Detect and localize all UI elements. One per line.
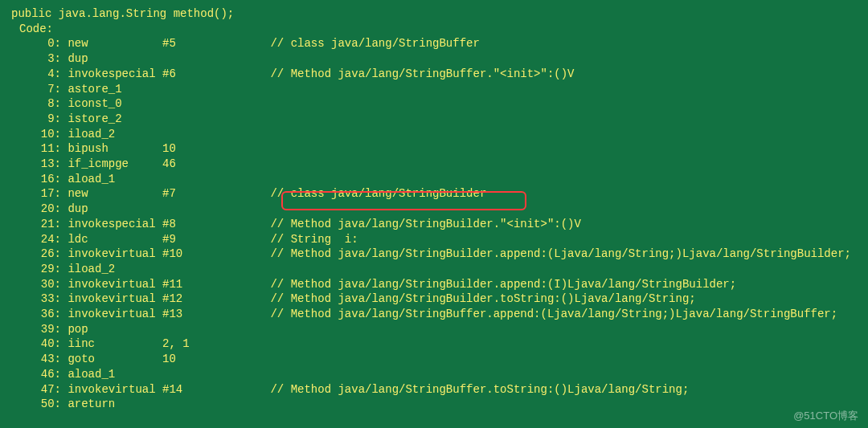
bytecode-line: 10: iload_2	[0, 127, 868, 142]
mnemonic: aload_1	[68, 172, 162, 187]
argument: #6	[162, 67, 270, 82]
mnemonic: invokespecial	[68, 67, 162, 82]
offset: 24	[27, 232, 55, 247]
bytecode-line: 4: invokespecial#6// Method java/lang/St…	[0, 67, 868, 82]
offset: 8	[27, 96, 55, 112]
offset: 29	[27, 262, 55, 277]
mnemonic: invokevirtual	[68, 291, 162, 307]
argument: #11	[162, 277, 270, 292]
mnemonic: iload_2	[68, 127, 162, 142]
offset: 17	[27, 186, 55, 202]
argument: #12	[162, 291, 270, 307]
bytecode-line: 50: areturn	[0, 397, 868, 412]
comment: // Method java/lang/StringBuffer.toStrin…	[270, 383, 689, 396]
mnemonic: new	[68, 186, 162, 202]
comment: // Method java/lang/StringBuilder.append…	[270, 278, 736, 291]
offset: 4	[27, 67, 55, 82]
offset: 47	[27, 382, 55, 397]
bytecode-line: 24: ldc#9// String i:	[0, 232, 868, 247]
comment: // Method java/lang/StringBuilder."<init…	[270, 218, 580, 230]
comment: // Method java/lang/StringBuilder.append…	[270, 247, 851, 260]
mnemonic: iinc	[68, 336, 162, 352]
offset: 33	[27, 291, 55, 307]
argument: 2, 1	[162, 336, 270, 352]
code-header: Code:	[0, 22, 868, 37]
argument: 10	[162, 352, 270, 367]
mnemonic: bipush	[68, 141, 162, 157]
argument: #7	[162, 186, 270, 202]
mnemonic: aload_1	[68, 367, 162, 382]
comment: // String i:	[270, 233, 358, 246]
bytecode-line: 30: invokevirtual#11// Method java/lang/…	[0, 277, 868, 292]
offset: 10	[27, 127, 55, 142]
bytecode-line: 9: istore_2	[0, 112, 868, 127]
offset: 30	[27, 277, 55, 292]
mnemonic: areturn	[68, 397, 162, 412]
bytecode-line: 29: iload_2	[0, 262, 868, 277]
mnemonic: if_icmpge	[68, 157, 162, 172]
offset: 21	[27, 217, 55, 232]
offset: 39	[27, 322, 55, 337]
offset: 50	[27, 397, 55, 412]
comment: // Method java/lang/StringBuffer.append:…	[270, 308, 837, 320]
offset: 3	[27, 51, 55, 67]
argument: 10	[162, 141, 270, 157]
mnemonic: pop	[68, 322, 162, 337]
bytecode-line: 47: invokevirtual#14// Method java/lang/…	[0, 382, 868, 397]
comment: // Method java/lang/StringBuilder.toStri…	[270, 292, 695, 305]
argument: 46	[162, 157, 270, 172]
mnemonic: ldc	[68, 232, 162, 247]
bytecode-line: 36: invokevirtual#13// Method java/lang/…	[0, 307, 868, 322]
mnemonic: iconst_0	[68, 96, 162, 112]
offset: 46	[27, 367, 55, 382]
bytecode-line: 39: pop	[0, 322, 868, 337]
argument: #14	[162, 382, 270, 397]
bytecode-line: 40: iinc2, 1	[0, 336, 868, 352]
offset: 9	[27, 112, 55, 127]
bytecode-line: 20: dup	[0, 202, 868, 217]
bytecode-line: 13: if_icmpge46	[0, 157, 868, 172]
offset: 20	[27, 202, 55, 217]
bytecode-line: 11: bipush10	[0, 141, 868, 157]
mnemonic: goto	[68, 352, 162, 367]
offset: 11	[27, 141, 55, 157]
comment: // class java/lang/StringBuffer	[270, 37, 479, 50]
bytecode-line: 21: invokespecial#8// Method java/lang/S…	[0, 217, 868, 232]
offset: 40	[27, 336, 55, 352]
argument: #10	[162, 247, 270, 262]
mnemonic: invokevirtual	[68, 247, 162, 262]
mnemonic: invokevirtual	[68, 382, 162, 397]
offset: 16	[27, 172, 55, 187]
bytecode-line: 33: invokevirtual#12// Method java/lang/…	[0, 291, 868, 307]
method-signature: public java.lang.String method();	[0, 6, 868, 22]
bytecode-line: 46: aload_1	[0, 367, 868, 382]
mnemonic: new	[68, 36, 162, 51]
mnemonic: istore_2	[68, 112, 162, 127]
bytecode-line: 3: dup	[0, 51, 868, 67]
bytecode-line: 43: goto10	[0, 352, 868, 367]
bytecode-line: 16: aload_1	[0, 172, 868, 187]
offset: 0	[27, 36, 55, 51]
comment: // class java/lang/StringBuilder	[270, 187, 486, 200]
comment: // Method java/lang/StringBuffer."<init>…	[270, 67, 574, 80]
offset: 7	[27, 82, 55, 97]
argument: #5	[162, 36, 270, 51]
bytecode-line: 26: invokevirtual#10// Method java/lang/…	[0, 247, 868, 262]
bytecode-line: 7: astore_1	[0, 82, 868, 97]
mnemonic: astore_1	[68, 82, 162, 97]
mnemonic: invokevirtual	[68, 277, 162, 292]
mnemonic: dup	[68, 51, 162, 67]
watermark: @51CTO博客	[793, 409, 858, 423]
mnemonic: invokespecial	[68, 217, 162, 232]
offset: 26	[27, 247, 55, 262]
bytecode-line: 0: new#5// class java/lang/StringBuffer	[0, 36, 868, 51]
mnemonic: iload_2	[68, 262, 162, 277]
bytecode-listing: 0: new#5// class java/lang/StringBuffer3…	[0, 36, 868, 412]
bytecode-line: 17: new#7// class java/lang/StringBuilde…	[0, 186, 868, 202]
offset: 13	[27, 157, 55, 172]
bytecode-line: 8: iconst_0	[0, 96, 868, 112]
argument: #8	[162, 217, 270, 232]
argument: #13	[162, 307, 270, 322]
argument: #9	[162, 232, 270, 247]
mnemonic: dup	[68, 202, 162, 217]
